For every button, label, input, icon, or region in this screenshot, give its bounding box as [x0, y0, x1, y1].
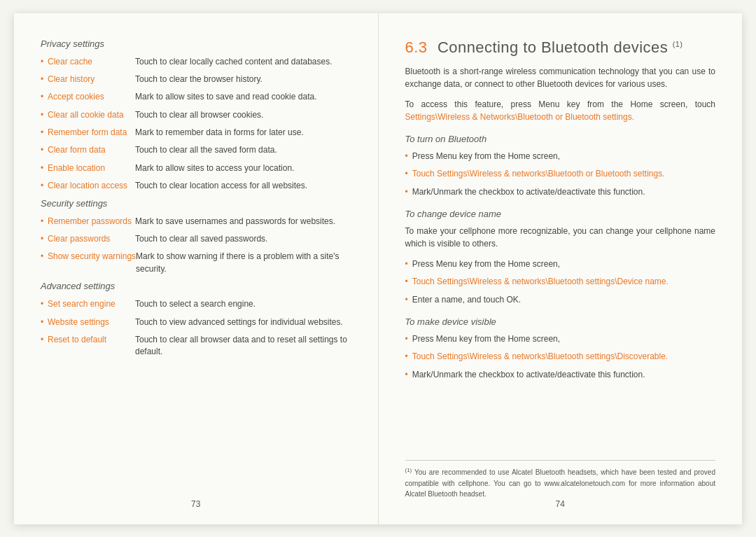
list-item: Website settings Touch to view advanced … [41, 316, 351, 328]
item-desc: Touch to clear all saved passwords. [135, 233, 351, 245]
item-label: Enable location [41, 162, 135, 174]
item-label: Remember form data [41, 127, 135, 139]
subsection-device-name-title: To change device name [405, 209, 716, 219]
bullet-text: Touch Settings\Wireless & networks\Bluet… [412, 350, 668, 363]
item-label: Clear location access [41, 180, 135, 192]
list-item: Enable location Mark to allow sites to a… [41, 162, 351, 174]
right-page-number: 74 [556, 499, 565, 509]
list-item: Reset to default Touch to clear all brow… [41, 334, 351, 358]
item-label: Clear passwords [41, 233, 135, 245]
item-desc: Touch to clear all browser data and to r… [135, 334, 351, 358]
bullet-dot: • [405, 368, 408, 382]
bullet-text: Enter a name, and touch OK. [412, 293, 521, 307]
list-item: Clear cache Touch to clear locally cache… [41, 56, 351, 68]
item-label: Accept cookies [41, 91, 135, 103]
item-label: Show security warnings [41, 251, 136, 263]
item-desc: Touch to view advanced settings for indi… [135, 316, 351, 328]
list-item: Clear history Touch to clear the browser… [41, 74, 351, 85]
list-item: Clear passwords Touch to clear all saved… [41, 233, 351, 245]
privacy-items: Clear cache Touch to clear locally cache… [41, 56, 351, 193]
bullet-dot: • [405, 333, 408, 346]
item-desc: Touch to clear locally cached content an… [135, 56, 351, 68]
list-item: Show security warnings Mark to show warn… [41, 251, 351, 275]
intro-para-1: Bluetooth is a short-range wireless comm… [405, 65, 716, 91]
list-item: Set search engine Touch to select a sear… [41, 298, 351, 310]
item-label: Clear cache [41, 56, 135, 68]
bullet-item: • Mark/Unmark the checkbox to activate/d… [405, 186, 716, 199]
footnote-text: You are recommended to use Alcatel Bluet… [405, 469, 716, 498]
list-item: Clear all cookie data Touch to clear all… [41, 109, 351, 121]
footnote-sup: (1) [405, 467, 412, 473]
list-item: Clear location access Touch to clear loc… [41, 180, 351, 192]
advanced-section: Advanced settings Set search engine Touc… [41, 281, 351, 358]
right-page: 6.3 Connecting to Bluetooth devices (1) … [379, 13, 743, 524]
advanced-items: Set search engine Touch to select a sear… [41, 298, 351, 358]
bullet-text: Touch Settings\Wireless & networks\Bluet… [412, 167, 665, 181]
bullet-dot: • [405, 150, 408, 163]
item-desc: Touch to select a search engine. [135, 298, 351, 310]
bullet-dot: • [405, 293, 408, 307]
bullet-item: • Touch Settings\Wireless & networks\Blu… [405, 167, 716, 181]
item-desc: Touch to clear all browser cookies. [135, 109, 351, 121]
bullet-text: Touch Settings\Wireless & networks\Bluet… [412, 275, 668, 288]
security-items: Remember passwords Mark to save username… [41, 216, 351, 276]
list-item: Remember passwords Mark to save username… [41, 216, 351, 228]
item-desc: Mark to save usernames and passwords for… [135, 216, 351, 228]
item-label: Clear form data [41, 144, 135, 156]
item-label: Clear all cookie data [41, 109, 135, 121]
bullet-text: Mark/Unmark the checkbox to activate/dea… [412, 186, 645, 199]
device-name-intro: To make your cellphone more recognizable… [405, 225, 716, 251]
bullet-item: • Press Menu key from the Home screen, [405, 333, 716, 346]
security-section: Security settings Remember passwords Mar… [41, 198, 351, 276]
item-label: Website settings [41, 316, 135, 328]
item-desc: Mark to allow sites to access your locat… [135, 162, 351, 174]
item-label: Remember passwords [41, 216, 135, 228]
subsection-bluetooth-on-title: To turn on Bluetooth [405, 134, 716, 144]
item-label: Clear history [41, 74, 135, 85]
section-number: 6.3 [405, 39, 428, 56]
item-label: Reset to default [41, 334, 135, 346]
privacy-section: Privacy settings Clear cache Touch to cl… [41, 39, 351, 193]
item-label: Set search engine [41, 298, 135, 310]
bullet-dot: • [405, 186, 408, 199]
bullet-item: • Touch Settings\Wireless & networks\Blu… [405, 350, 716, 363]
privacy-section-title: Privacy settings [41, 39, 351, 49]
bullet-dot: • [405, 350, 408, 363]
section-title-text: Connecting to Bluetooth devices (1) [433, 39, 682, 56]
bullet-text: Press Menu key from the Home screen, [412, 150, 560, 163]
bullet-item: • Press Menu key from the Home screen, [405, 258, 716, 271]
list-item: Clear form data Touch to clear all the s… [41, 144, 351, 156]
security-section-title: Security settings [41, 198, 351, 209]
section-heading: 6.3 Connecting to Bluetooth devices (1) [405, 39, 716, 57]
item-desc: Touch to clear the browser history. [135, 74, 351, 85]
bullet-text: Mark/Unmark the checkbox to activate/dea… [412, 368, 645, 382]
book-spread: Privacy settings Clear cache Touch to cl… [14, 13, 742, 524]
intro-para-2: To access this feature, press Menu key f… [405, 98, 716, 124]
list-item: Accept cookies Mark to allow sites to sa… [41, 91, 351, 103]
item-desc: Touch to clear location access for all w… [135, 180, 351, 192]
bullet-dot: • [405, 167, 408, 181]
advanced-section-title: Advanced settings [41, 281, 351, 291]
item-desc: Mark to allow sites to save and read coo… [135, 91, 351, 103]
item-desc: Touch to clear all the saved form data. [135, 144, 351, 156]
bullet-item: • Touch Settings\Wireless & networks\Blu… [405, 275, 716, 288]
item-desc: Mark to show warning if there is a probl… [136, 251, 351, 275]
subsection-device-visible-title: To make device visible [405, 316, 716, 327]
bullet-item: • Mark/Unmark the checkbox to activate/d… [405, 368, 716, 382]
bullet-text: Press Menu key from the Home screen, [412, 258, 560, 271]
footnote-ref: (1) [673, 39, 683, 48]
bullet-item: • Enter a name, and touch OK. [405, 293, 716, 307]
bullet-dot: • [405, 275, 408, 288]
bullet-item: • Press Menu key from the Home screen, [405, 150, 716, 163]
bullet-text: Press Menu key from the Home screen, [412, 333, 560, 346]
bullet-dot: • [405, 258, 408, 271]
footnote: (1) You are recommended to use Alcatel B… [405, 460, 716, 498]
left-page-number: 73 [191, 499, 200, 509]
left-page: Privacy settings Clear cache Touch to cl… [14, 13, 379, 524]
list-item: Remember form data Mark to remember data… [41, 127, 351, 139]
item-desc: Mark to remember data in forms for later… [135, 127, 351, 139]
